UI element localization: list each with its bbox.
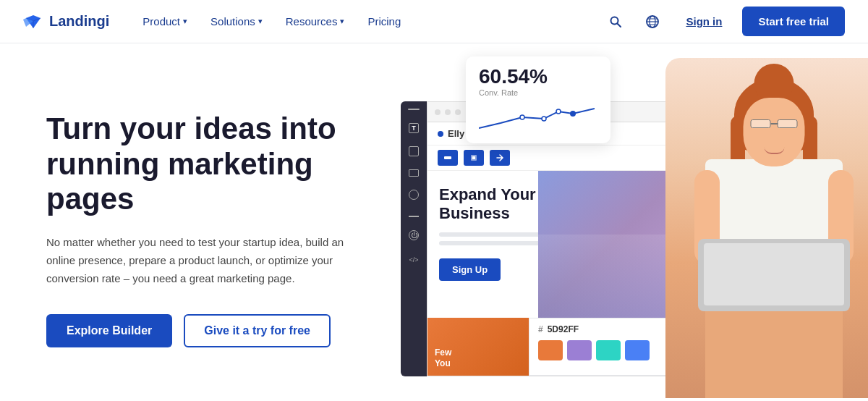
nav-solutions[interactable]: Solutions ▾ <box>200 9 273 33</box>
free-trial-button[interactable]: Give it a try for free <box>184 314 331 347</box>
image-icon <box>409 169 419 177</box>
code-icon: </> <box>409 256 418 263</box>
logo-icon <box>23 14 43 30</box>
swatch-teal[interactable] <box>596 340 621 360</box>
window-dot-1 <box>435 109 441 115</box>
toolbar-btn-3[interactable] <box>490 150 510 166</box>
smile <box>764 147 784 154</box>
circle-icon <box>409 190 419 200</box>
nav-resources[interactable]: Resources ▾ <box>276 9 355 33</box>
expand-line1: Expand Your <box>439 185 536 203</box>
pants <box>705 311 843 398</box>
svg-point-6 <box>520 115 524 119</box>
power-icon: ⏻ <box>409 230 419 240</box>
svg-rect-7 <box>444 156 451 159</box>
text-icon: T <box>409 123 419 133</box>
toolbar-btn-2[interactable] <box>464 150 484 166</box>
laptop-screen <box>704 243 844 305</box>
navbar: Landingi Product ▾ Solutions ▾ Resources… <box>0 0 868 43</box>
face <box>744 98 805 166</box>
toolbar-btn-1[interactable] <box>438 150 458 166</box>
nav-pricing-label: Pricing <box>367 15 401 28</box>
few-label: Few You <box>435 347 522 368</box>
chart-line <box>479 103 595 132</box>
hero-subtext: No matter whether you need to test your … <box>46 234 350 287</box>
conversion-rate: 60.54% <box>479 65 597 88</box>
editor-sidebar: T ⏻ </> <box>401 101 427 376</box>
elly-dot <box>438 131 443 137</box>
woman-figure <box>665 58 868 398</box>
glass-right <box>778 119 798 128</box>
swatch-orange[interactable] <box>538 340 563 360</box>
hash-symbol: # <box>538 324 543 334</box>
divider-icon <box>409 216 419 217</box>
canvas-signup-button[interactable]: Sign Up <box>439 258 501 281</box>
nav-product-label: Product <box>142 15 180 28</box>
swatch-blue[interactable] <box>625 340 650 360</box>
trial-button[interactable]: Start free trial <box>742 7 845 36</box>
globe-button[interactable] <box>639 9 665 35</box>
navbar-right: Sign in Start free trial <box>603 7 845 36</box>
expand-line2: Business <box>439 204 510 222</box>
nav-links: Product ▾ Solutions ▾ Resources ▾ Pricin… <box>132 9 411 33</box>
hero-headline: Turn your ideas into running marketing p… <box>46 111 393 216</box>
navbar-left: Landingi Product ▾ Solutions ▾ Resources… <box>23 9 411 33</box>
signin-button[interactable]: Sign in <box>677 9 731 33</box>
nav-product[interactable]: Product ▾ <box>132 9 197 33</box>
glass-bridge <box>770 123 778 124</box>
window-dot-3 <box>455 109 461 115</box>
nav-resources-label: Resources <box>286 15 338 28</box>
nav-solutions-label: Solutions <box>210 15 255 28</box>
sidebar-handle-icon <box>408 109 420 110</box>
main-content: Turn your ideas into running marketing p… <box>0 43 868 401</box>
laptop <box>698 239 850 311</box>
hero-left: Turn your ideas into running marketing p… <box>46 97 393 347</box>
search-button[interactable] <box>603 9 628 34</box>
globe-icon <box>645 14 660 29</box>
color-value: 5D92FF <box>548 324 579 334</box>
elly-label: Elly <box>448 128 464 139</box>
explore-builder-button[interactable]: Explore Builder <box>46 314 172 347</box>
swatch-purple[interactable] <box>567 340 592 360</box>
analytics-card: 60.54% Conv. Rate <box>466 56 610 143</box>
nav-pricing[interactable]: Pricing <box>357 9 411 33</box>
hero-visual: 60.54% Conv. Rate T ⏻ </> <box>393 43 868 401</box>
svg-point-5 <box>542 117 546 121</box>
layout-icon <box>409 146 419 156</box>
chevron-down-icon: ▾ <box>258 17 263 26</box>
few-card: Few You <box>427 318 529 376</box>
conv-rate-label: Conv. Rate <box>479 88 597 97</box>
search-icon <box>609 15 622 28</box>
woman-photo <box>665 58 868 398</box>
window-dot-2 <box>445 109 451 115</box>
cta-buttons: Explore Builder Give it a try for free <box>46 314 393 347</box>
svg-rect-9 <box>472 156 475 159</box>
glass-left <box>751 119 771 128</box>
logo-label: Landingi <box>49 13 109 30</box>
chevron-down-icon: ▾ <box>183 17 187 26</box>
svg-point-4 <box>556 109 561 114</box>
logo[interactable]: Landingi <box>23 13 109 30</box>
svg-point-3 <box>570 111 576 117</box>
chevron-down-icon: ▾ <box>340 17 344 26</box>
